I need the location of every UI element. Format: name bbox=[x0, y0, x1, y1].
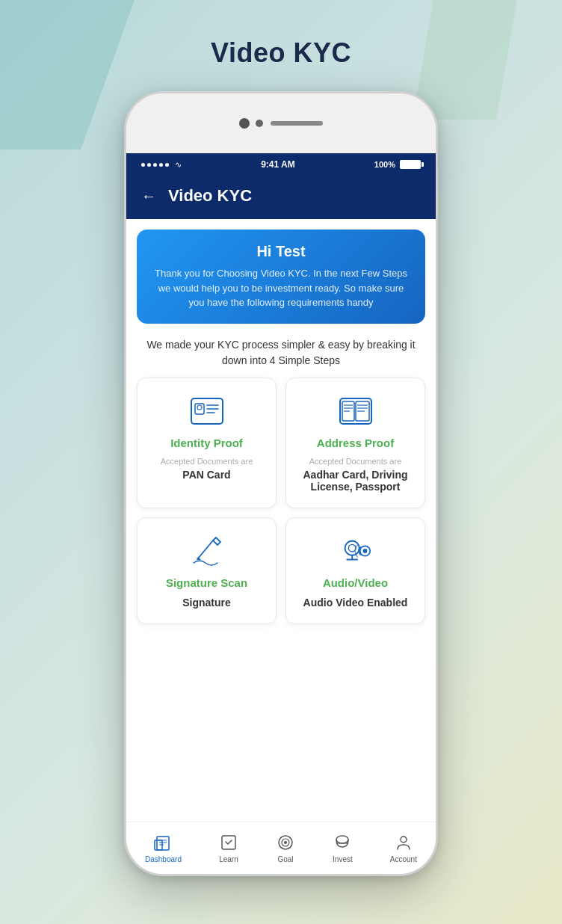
dashboard-icon bbox=[153, 833, 173, 852]
identity-proof-icon bbox=[189, 393, 225, 429]
nav-learn-label: Learn bbox=[219, 855, 238, 863]
address-proof-docs-value: Aadhar Card, Driving License, Passport bbox=[297, 469, 414, 493]
address-proof-card[interactable]: Address Proof Accepted Documents are Aad… bbox=[285, 378, 425, 508]
signal-dots bbox=[141, 163, 169, 167]
nav-learn[interactable]: Learn bbox=[219, 833, 238, 863]
nav-goal-label: Goal bbox=[277, 855, 293, 863]
camera-area bbox=[256, 120, 323, 127]
address-proof-docs-label: Accepted Documents are bbox=[309, 457, 402, 466]
svg-rect-23 bbox=[157, 837, 169, 850]
audio-video-icon bbox=[338, 533, 374, 569]
learn-icon bbox=[219, 833, 238, 852]
nav-dashboard[interactable]: Dashboard bbox=[145, 833, 182, 863]
invest-icon bbox=[333, 833, 352, 852]
nav-invest[interactable]: Invest bbox=[333, 833, 353, 863]
nav-goal[interactable]: Goal bbox=[276, 833, 295, 863]
bottom-nav: Dashboard Learn bbox=[126, 822, 436, 874]
signature-scan-card[interactable]: Signature Scan Signature bbox=[137, 517, 277, 624]
kyc-cards-grid: Identity Proof Accepted Documents are PA… bbox=[126, 378, 436, 624]
identity-proof-docs-label: Accepted Documents are bbox=[161, 457, 253, 466]
signature-scan-docs-value: Signature bbox=[182, 597, 231, 609]
nav-account-label: Account bbox=[390, 855, 417, 863]
header-title: Video KYC bbox=[168, 186, 252, 206]
status-left: ∿ bbox=[141, 160, 182, 170]
bg-decoration-left bbox=[0, 0, 135, 150]
svg-point-30 bbox=[284, 841, 287, 844]
nav-dashboard-label: Dashboard bbox=[145, 855, 182, 863]
audio-video-card[interactable]: Audio/Video Audio Video Enabled bbox=[285, 517, 425, 624]
phone-notch bbox=[126, 93, 436, 153]
nav-invest-label: Invest bbox=[333, 855, 353, 863]
svg-line-15 bbox=[198, 540, 213, 558]
status-bar: ∿ 9:41 AM 100% bbox=[126, 153, 436, 176]
welcome-greeting: Hi Test bbox=[152, 243, 410, 260]
page-title: Video KYC bbox=[211, 37, 351, 69]
svg-point-16 bbox=[345, 540, 359, 555]
signature-scan-icon bbox=[189, 533, 225, 569]
status-right: 100% bbox=[374, 160, 421, 169]
speaker-bar bbox=[271, 121, 323, 126]
account-icon bbox=[394, 833, 413, 852]
app-header: ← Video KYC bbox=[126, 176, 436, 219]
identity-proof-docs-value: PAN Card bbox=[182, 469, 230, 481]
status-time: 9:41 AM bbox=[261, 159, 295, 170]
battery-icon bbox=[400, 160, 421, 169]
front-camera bbox=[239, 118, 250, 129]
audio-video-docs-value: Audio Video Enabled bbox=[303, 597, 408, 609]
phone-frame: ∿ 9:41 AM 100% ← Video KYC Hi Test Thank… bbox=[124, 91, 438, 876]
back-button[interactable]: ← bbox=[141, 188, 156, 205]
svg-rect-0 bbox=[191, 398, 223, 424]
signature-scan-title: Signature Scan bbox=[166, 576, 247, 589]
wifi-icon: ∿ bbox=[175, 160, 182, 170]
svg-point-21 bbox=[362, 549, 367, 553]
battery-percent: 100% bbox=[374, 160, 395, 169]
welcome-description: Thank you for Choosing Video KYC. In the… bbox=[152, 266, 410, 310]
steps-description: We made your KYC process simpler & easy … bbox=[126, 324, 436, 378]
address-proof-icon bbox=[338, 393, 374, 429]
goal-icon bbox=[276, 833, 295, 852]
svg-point-33 bbox=[401, 837, 407, 843]
svg-point-31 bbox=[336, 836, 348, 843]
welcome-banner: Hi Test Thank you for Choosing Video KYC… bbox=[137, 230, 425, 324]
audio-video-title: Audio/Video bbox=[323, 576, 388, 589]
phone-screen: ∿ 9:41 AM 100% ← Video KYC Hi Test Thank… bbox=[126, 153, 436, 874]
identity-proof-title: Identity Proof bbox=[170, 437, 243, 449]
identity-proof-card[interactable]: Identity Proof Accepted Documents are PA… bbox=[137, 378, 277, 508]
camera-dot bbox=[256, 120, 263, 127]
svg-point-2 bbox=[197, 405, 202, 410]
address-proof-title: Address Proof bbox=[317, 437, 394, 449]
nav-account[interactable]: Account bbox=[390, 833, 417, 863]
